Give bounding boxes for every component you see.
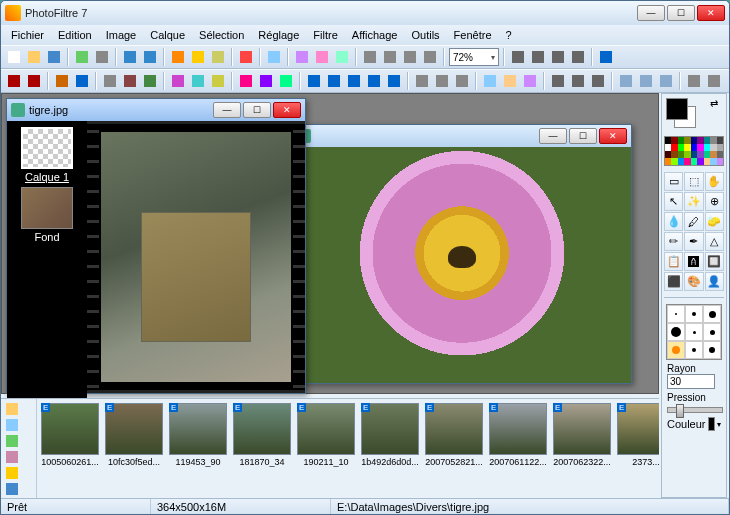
fx3-button[interactable]	[333, 48, 351, 66]
tool-6[interactable]: 💧	[664, 212, 683, 231]
e2-button[interactable]	[569, 72, 587, 90]
layer-item[interactable]: Fond	[19, 187, 75, 243]
menu-réglage[interactable]: Réglage	[252, 27, 305, 43]
tool-2[interactable]: ✋	[705, 172, 724, 191]
thumbnail-item[interactable]: 1005060261...	[41, 403, 99, 494]
menu-sélection[interactable]: Sélection	[193, 27, 250, 43]
tool-3[interactable]: ↖	[664, 192, 683, 211]
menu-fenêtre[interactable]: Fenêtre	[448, 27, 498, 43]
tool-9[interactable]: ✏	[664, 232, 683, 251]
layers-button[interactable]	[265, 48, 283, 66]
pression-slider[interactable]	[667, 407, 723, 413]
t2-button[interactable]	[25, 72, 43, 90]
child-maximize-button[interactable]: ☐	[569, 128, 597, 144]
document-window-active[interactable]: tigre.jpg — ☐ ✕ Calque 1Fond	[6, 98, 306, 394]
menu-edition[interactable]: Edition	[52, 27, 98, 43]
e1-button[interactable]	[549, 72, 567, 90]
f2-button[interactable]	[637, 72, 655, 90]
thumbnail-item[interactable]: 10fc30f5ed...	[105, 403, 163, 494]
cut-button[interactable]	[169, 48, 187, 66]
save-button[interactable]	[45, 48, 63, 66]
b1-button[interactable]	[305, 72, 323, 90]
browser-refresh-icon[interactable]	[4, 434, 20, 448]
child-close-button[interactable]: ✕	[273, 102, 301, 118]
grad2-button[interactable]	[73, 72, 91, 90]
browser-sort-icon[interactable]	[4, 450, 20, 464]
b5-button[interactable]	[385, 72, 403, 90]
swatch[interactable]	[717, 144, 723, 151]
menu-calque[interactable]: Calque	[144, 27, 191, 43]
d1-button[interactable]	[413, 72, 431, 90]
color-well[interactable]: ⇄	[664, 96, 724, 132]
s2-button[interactable]	[501, 72, 519, 90]
a3-button[interactable]	[209, 72, 227, 90]
child-close-button[interactable]: ✕	[599, 128, 627, 144]
minimize-button[interactable]: —	[637, 5, 665, 21]
rot-r-button[interactable]	[381, 48, 399, 66]
sq3-button[interactable]	[141, 72, 159, 90]
rgb-button[interactable]	[237, 48, 255, 66]
z1-button[interactable]	[549, 48, 567, 66]
tool-10[interactable]: ✒	[684, 232, 703, 251]
canvas[interactable]	[293, 147, 631, 383]
thumbnail-item[interactable]: 181870_34	[233, 403, 291, 494]
thumbnail-item[interactable]: 119453_90	[169, 403, 227, 494]
redo-button[interactable]	[141, 48, 159, 66]
menu-fichier[interactable]: Fichier	[5, 27, 50, 43]
menu-?[interactable]: ?	[500, 27, 518, 43]
tool-1[interactable]: ⬚	[684, 172, 703, 191]
thumbnail-item[interactable]: 2007052821...	[425, 403, 483, 494]
fx1-button[interactable]	[293, 48, 311, 66]
thumbnail-item[interactable]: 190211_10	[297, 403, 355, 494]
fx2-button[interactable]	[313, 48, 331, 66]
layer-item[interactable]: Calque 1	[19, 127, 75, 183]
maximize-button[interactable]: ☐	[667, 5, 695, 21]
browser-up-icon[interactable]	[4, 418, 20, 432]
tool-14[interactable]: 🔲	[705, 252, 724, 271]
thumbnail-item[interactable]: 2007061122...	[489, 403, 547, 494]
tool-17[interactable]: 👤	[705, 272, 724, 291]
b3-button[interactable]	[345, 72, 363, 90]
swatch[interactable]	[717, 151, 723, 158]
titlebar[interactable]: PhotoFiltre 7 — ☐ ✕	[1, 1, 729, 25]
child-minimize-button[interactable]: —	[213, 102, 241, 118]
color-palette[interactable]	[664, 136, 724, 166]
f3-button[interactable]	[657, 72, 675, 90]
s1-button[interactable]	[481, 72, 499, 90]
thumbnail-item[interactable]: 2373...	[617, 403, 659, 494]
text-button[interactable]	[5, 72, 23, 90]
couleur-swatch[interactable]	[708, 417, 715, 431]
thumbnail-item[interactable]: 2007062322...	[553, 403, 611, 494]
swap-colors-icon[interactable]: ⇄	[710, 98, 718, 109]
rot-l-button[interactable]	[361, 48, 379, 66]
child-titlebar-active[interactable]: tigre.jpg — ☐ ✕	[7, 99, 305, 121]
tool-11[interactable]: △	[705, 232, 724, 251]
swatch[interactable]	[717, 158, 723, 165]
tool-12[interactable]: 📋	[664, 252, 683, 271]
zfit-button[interactable]	[569, 48, 587, 66]
a1-button[interactable]	[169, 72, 187, 90]
tool-16[interactable]: 🎨	[684, 272, 703, 291]
rayon-input[interactable]	[667, 374, 715, 389]
child-maximize-button[interactable]: ☐	[243, 102, 271, 118]
paste-button[interactable]	[209, 48, 227, 66]
close-button[interactable]: ✕	[697, 5, 725, 21]
sq-button[interactable]	[101, 72, 119, 90]
thumbnail-item[interactable]: 1b492d6d0d...	[361, 403, 419, 494]
browser-star-icon[interactable]	[4, 466, 20, 480]
a2-button[interactable]	[189, 72, 207, 90]
copy-button[interactable]	[189, 48, 207, 66]
zout-button[interactable]	[529, 48, 547, 66]
swatch[interactable]	[717, 137, 723, 144]
flip-h-button[interactable]	[401, 48, 419, 66]
menu-outils[interactable]: Outils	[405, 27, 445, 43]
child-titlebar[interactable]: — ☐ ✕	[293, 125, 631, 147]
child-minimize-button[interactable]: —	[539, 128, 567, 144]
browser-tree-icon[interactable]	[4, 402, 20, 416]
foreground-color[interactable]	[666, 98, 688, 120]
help-button[interactable]	[597, 48, 615, 66]
zin-button[interactable]	[509, 48, 527, 66]
grad-button[interactable]	[53, 72, 71, 90]
menu-filtre[interactable]: Filtre	[307, 27, 343, 43]
thumbnail-strip[interactable]: 1005060261...10fc30f5ed...119453_9018187…	[37, 399, 659, 498]
